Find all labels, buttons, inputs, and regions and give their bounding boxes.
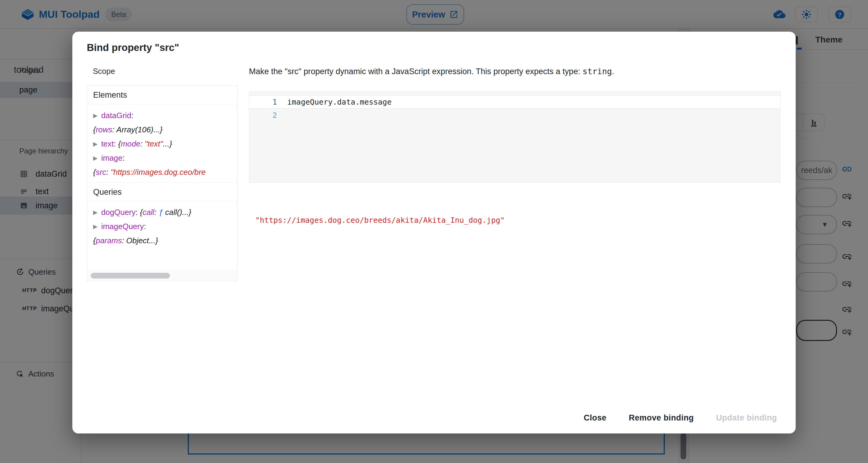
expand-arrow-icon[interactable]: ▶: [93, 219, 98, 234]
scope-tree-row[interactable]: {params: Object...}: [93, 234, 237, 248]
scope-tree-row[interactable]: ▶dogQuery: {call: ƒ call()...}: [93, 205, 237, 219]
scope-tree-row[interactable]: {rows: Array(106)...}: [93, 123, 237, 137]
queries-header: Queries: [87, 182, 237, 201]
scope-hscrollbar-thumb[interactable]: [91, 273, 170, 279]
line-number: 1: [249, 98, 285, 106]
scope-tree-row[interactable]: ▶dataGrid:: [93, 109, 237, 123]
expand-arrow-icon[interactable]: ▶: [93, 109, 98, 123]
bind-property-dialog: Bind property "src" Scope Elements ▶data…: [72, 32, 796, 433]
scope-tree-row[interactable]: ▶image:: [93, 151, 237, 165]
scope-hscrollbar[interactable]: [87, 270, 237, 281]
expand-arrow-icon[interactable]: ▶: [93, 151, 98, 165]
editor-code: imageQuery.data.message: [285, 98, 392, 106]
dialog-actions: Close Remove binding Update binding: [577, 409, 784, 426]
elements-tree: ▶dataGrid: {rows: Array(106)...} ▶text: …: [87, 104, 237, 182]
update-binding-button[interactable]: Update binding: [709, 409, 784, 426]
js-expression-editor[interactable]: 1 imageQuery.data.message 2: [249, 91, 781, 183]
scope-tree-row[interactable]: {src: "https://images.dog.ceo/bre: [93, 165, 237, 179]
expand-arrow-icon[interactable]: ▶: [93, 205, 98, 219]
evaluated-result: "https://images.dog.ceo/breeds/akita/Aki…: [255, 216, 505, 224]
dialog-title: Bind property "src": [87, 42, 179, 53]
queries-tree: ▶dogQuery: {call: ƒ call()...} ▶imageQue…: [87, 201, 237, 251]
scope-label: Scope: [93, 67, 115, 76]
dialog-description: Make the "src" property dynamic with a J…: [249, 67, 779, 76]
remove-binding-button[interactable]: Remove binding: [621, 409, 701, 426]
line-number: 2: [249, 111, 285, 120]
close-button[interactable]: Close: [577, 409, 614, 426]
type-token: string: [583, 67, 612, 76]
scope-tree-row[interactable]: ▶text: {mode: "text"...}: [93, 137, 237, 151]
scope-tree-row[interactable]: ▶imageQuery:: [93, 219, 237, 234]
editor-line[interactable]: 1 imageQuery.data.message: [249, 95, 780, 109]
scope-browser: Elements ▶dataGrid: {rows: Array(106)...…: [87, 85, 238, 281]
elements-header: Elements: [87, 86, 237, 104]
expand-arrow-icon[interactable]: ▶: [93, 137, 98, 151]
editor-line[interactable]: 2: [249, 109, 780, 122]
